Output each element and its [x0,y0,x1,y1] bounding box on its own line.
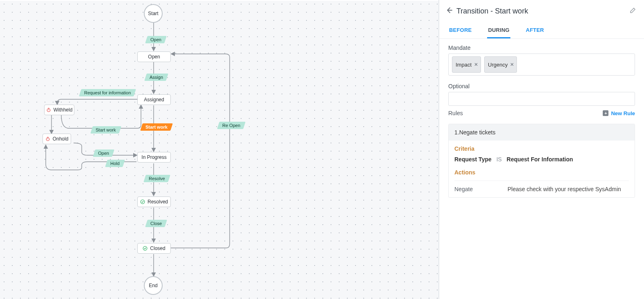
rules-label: Rules [448,110,463,116]
transition-detail-panel: Transition - Start work BEFORE DURING AF… [439,0,644,299]
node-end-label: End [149,283,157,288]
check-icon [143,246,148,251]
node-start[interactable]: Start [144,4,163,23]
chip-impact[interactable]: Impact ✕ [452,56,481,73]
transition-resolve[interactable]: Resolve [143,175,170,182]
mandate-label: Mandate [448,45,635,51]
tab-during[interactable]: DURING [487,23,510,38]
panel-tabs: BEFORE DURING AFTER [439,23,644,39]
actions-label: Actions [454,169,629,176]
criteria-label: Criteria [454,145,629,152]
transition-request-for-information[interactable]: Request for information [79,89,136,96]
timer-icon [46,107,51,112]
remove-chip-icon[interactable]: ✕ [474,62,478,67]
transition-reopen[interactable]: Re Open [217,122,246,129]
tab-before[interactable]: BEFORE [448,23,472,38]
tab-after[interactable]: AFTER [525,23,545,38]
node-closed[interactable]: Closed [137,243,171,254]
timer-icon [45,136,50,141]
node-open[interactable]: Open [137,51,171,62]
transition-open[interactable]: Open [145,36,167,43]
rule-card[interactable]: 1.Negate tickets Criteria Request Type I… [448,124,635,198]
node-withheld[interactable]: Withheld [44,105,74,115]
optional-label: Optional [448,83,635,89]
node-in-progress[interactable]: In Progress [137,152,171,163]
back-arrow-icon[interactable] [446,7,452,15]
new-rule-button[interactable]: + New Rule [603,110,635,116]
transition-assign[interactable]: Assign [144,74,168,81]
check-icon [140,199,145,204]
mandate-field[interactable]: Impact ✕ Urgency ✕ [448,54,635,76]
transition-open-left[interactable]: Open [93,150,114,157]
optional-field[interactable] [448,92,635,106]
transition-start-work-selected[interactable]: Start work [140,123,173,131]
action-row: Negate Please check with your respective… [454,181,629,192]
node-assigned[interactable]: Assigned [137,94,171,105]
workflow-canvas[interactable]: Start End Open Assigned In Progress Reso… [0,0,439,299]
criteria-row: Request Type IS Request For Information [454,156,629,163]
node-resolved[interactable]: Resolved [137,196,171,207]
remove-chip-icon[interactable]: ✕ [510,62,514,67]
plus-icon: + [603,110,608,116]
node-start-label: Start [148,11,158,16]
node-end[interactable]: End [144,276,163,295]
rule-title: 1.Negate tickets [449,124,635,141]
node-onhold[interactable]: Onhold [42,134,71,144]
edit-icon[interactable] [629,7,637,16]
panel-title: Transition - Start work [456,7,629,16]
transition-close[interactable]: Close [145,220,167,227]
flow-connectors [0,0,439,299]
chip-urgency[interactable]: Urgency ✕ [484,56,517,73]
transition-start-work[interactable]: Start work [90,126,121,134]
transition-hold[interactable]: Hold [105,160,125,167]
